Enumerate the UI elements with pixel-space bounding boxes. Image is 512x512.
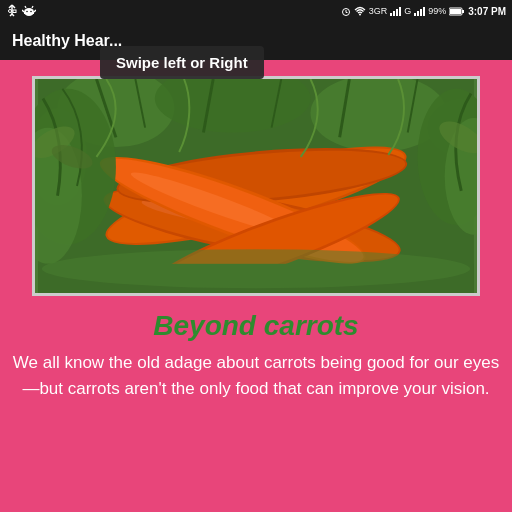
food-title: Beyond carrots — [153, 310, 358, 342]
svg-line-13 — [25, 6, 26, 8]
svg-point-18 — [359, 14, 361, 16]
network-g: G — [404, 6, 411, 16]
battery-icon — [449, 6, 465, 16]
svg-line-9 — [22, 10, 24, 12]
status-right-icons: 3GR G 99% 3:07 PM — [341, 6, 506, 17]
svg-rect-4 — [13, 10, 16, 13]
time-display: 3:07 PM — [468, 6, 506, 17]
tooltip-text: Swipe left or Right — [116, 54, 248, 71]
svg-point-55 — [42, 249, 470, 288]
svg-point-3 — [9, 10, 12, 13]
svg-point-11 — [26, 11, 28, 13]
carrot-image[interactable] — [32, 76, 480, 296]
svg-line-6 — [12, 14, 14, 16]
title-bar: Healthy Hear... Swipe left or Right — [0, 22, 512, 60]
svg-line-14 — [32, 6, 33, 8]
svg-rect-21 — [462, 10, 464, 13]
svg-point-12 — [30, 11, 32, 13]
signal-strength — [390, 6, 401, 16]
carrot-svg — [35, 79, 477, 293]
alarm-icon — [341, 6, 351, 16]
wifi-icon — [354, 6, 366, 16]
main-content: Beyond carrots We all know the old adage… — [0, 60, 512, 409]
signal-strength-2 — [414, 6, 425, 16]
usb-icon — [6, 4, 18, 18]
svg-line-10 — [34, 10, 36, 12]
svg-rect-8 — [24, 12, 34, 14]
svg-rect-20 — [450, 9, 461, 14]
swipe-tooltip: Swipe left or Right — [100, 46, 264, 79]
battery-level: 99% — [428, 6, 446, 16]
android-icon — [22, 4, 36, 18]
network-type: 3GR — [369, 6, 388, 16]
status-bar: 3GR G 99% 3:07 PM — [0, 0, 512, 22]
status-left-icons — [6, 4, 36, 18]
food-description: We all know the old adage about carrots … — [8, 350, 504, 401]
